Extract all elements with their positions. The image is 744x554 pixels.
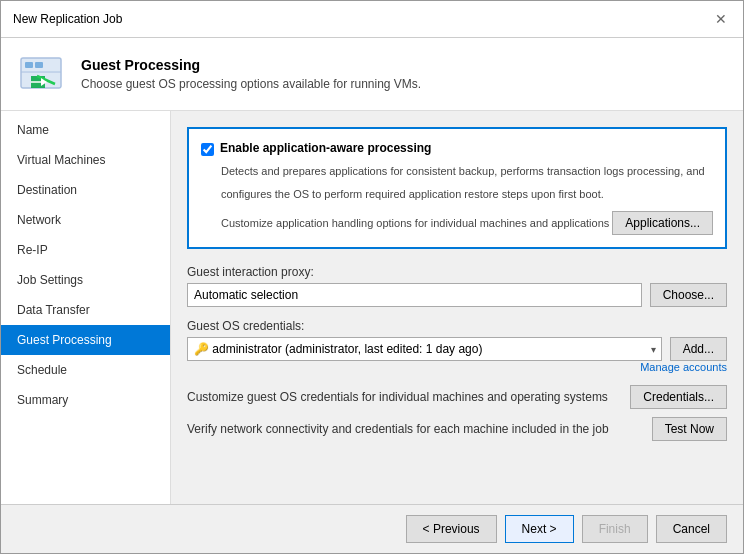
- customize-credentials-row: Customize guest OS credentials for indiv…: [187, 385, 727, 409]
- sidebar-item-summary[interactable]: Summary: [1, 385, 170, 415]
- app-line: Customize application handling options f…: [221, 211, 713, 235]
- os-credentials-select[interactable]: 🔑 administrator (administrator, last edi…: [187, 337, 662, 361]
- os-credentials-select-wrapper: 🔑 administrator (administrator, last edi…: [187, 337, 662, 361]
- verify-network-row: Verify network connectivity and credenti…: [187, 417, 727, 441]
- svg-rect-2: [25, 62, 33, 68]
- sidebar-item-virtual-machines[interactable]: Virtual Machines: [1, 145, 170, 175]
- header-text: Guest Processing Choose guest OS process…: [81, 57, 421, 91]
- customize-app-text: Customize application handling options f…: [221, 217, 612, 229]
- verify-network-text: Verify network connectivity and credenti…: [187, 422, 640, 436]
- credentials-button[interactable]: Credentials...: [630, 385, 727, 409]
- window-title: New Replication Job: [13, 12, 122, 26]
- os-credentials-group: Guest OS credentials: 🔑 administrator (a…: [187, 319, 727, 373]
- sidebar-item-schedule[interactable]: Schedule: [1, 355, 170, 385]
- checkbox-row: Enable application-aware processing: [201, 141, 713, 156]
- sidebar-item-job-settings[interactable]: Job Settings: [1, 265, 170, 295]
- cancel-button[interactable]: Cancel: [656, 515, 727, 543]
- sidebar-item-data-transfer[interactable]: Data Transfer: [1, 295, 170, 325]
- previous-button[interactable]: < Previous: [406, 515, 497, 543]
- applications-button[interactable]: Applications...: [612, 211, 713, 235]
- title-bar: New Replication Job ✕: [1, 1, 743, 38]
- header-icon: [17, 50, 65, 98]
- guest-proxy-group: Guest interaction proxy: Choose...: [187, 265, 727, 307]
- close-button[interactable]: ✕: [711, 9, 731, 29]
- main-content: Enable application-aware processing Dete…: [171, 111, 743, 504]
- sidebar-item-name[interactable]: Name: [1, 115, 170, 145]
- header-description: Choose guest OS processing options avail…: [81, 77, 421, 91]
- sidebar-item-destination[interactable]: Destination: [1, 175, 170, 205]
- os-credentials-label: Guest OS credentials:: [187, 319, 727, 333]
- manage-accounts-link[interactable]: Manage accounts: [187, 361, 727, 373]
- sidebar-item-guest-processing[interactable]: Guest Processing: [1, 325, 170, 355]
- guest-proxy-input-row: Choose...: [187, 283, 727, 307]
- choose-button[interactable]: Choose...: [650, 283, 727, 307]
- guest-proxy-label: Guest interaction proxy:: [187, 265, 727, 279]
- finish-button[interactable]: Finish: [582, 515, 648, 543]
- content-area: Name Virtual Machines Destination Networ…: [1, 111, 743, 504]
- os-credentials-input-row: 🔑 administrator (administrator, last edi…: [187, 337, 727, 361]
- sidebar: Name Virtual Machines Destination Networ…: [1, 111, 171, 504]
- next-button[interactable]: Next >: [505, 515, 574, 543]
- window: New Replication Job ✕ Guest Processing C…: [0, 0, 744, 554]
- enable-app-aware-checkbox[interactable]: [201, 143, 214, 156]
- guest-proxy-input[interactable]: [187, 283, 642, 307]
- checkbox-description-line2: configures the OS to perform required ap…: [221, 187, 713, 202]
- test-now-button[interactable]: Test Now: [652, 417, 727, 441]
- sidebar-item-re-ip[interactable]: Re-IP: [1, 235, 170, 265]
- customize-credentials-text: Customize guest OS credentials for indiv…: [187, 390, 618, 404]
- footer: < Previous Next > Finish Cancel: [1, 504, 743, 553]
- sidebar-item-network[interactable]: Network: [1, 205, 170, 235]
- checkbox-section: Enable application-aware processing Dete…: [187, 127, 727, 249]
- checkbox-label[interactable]: Enable application-aware processing: [220, 141, 431, 155]
- add-credentials-button[interactable]: Add...: [670, 337, 727, 361]
- checkbox-description-line1: Detects and prepares applications for co…: [221, 164, 713, 179]
- header-title: Guest Processing: [81, 57, 421, 73]
- header-section: Guest Processing Choose guest OS process…: [1, 38, 743, 111]
- svg-rect-3: [35, 62, 43, 68]
